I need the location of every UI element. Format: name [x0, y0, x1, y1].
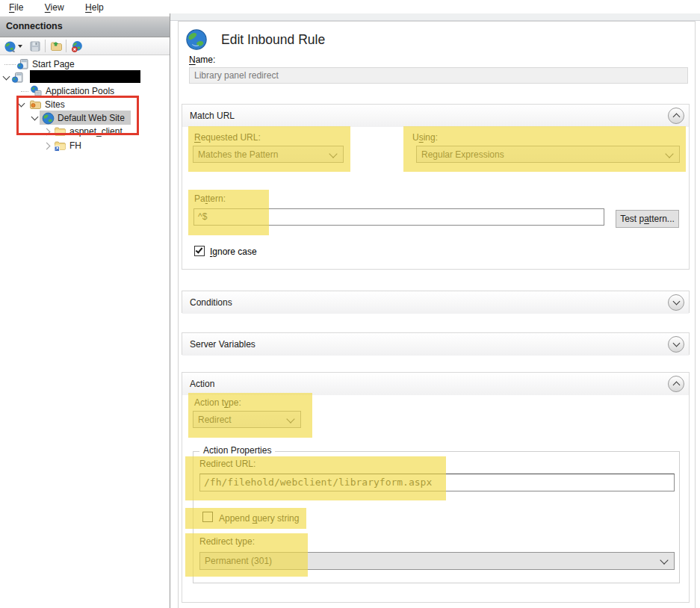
- go-up-button[interactable]: [48, 39, 64, 54]
- section-match-url: Match URL Requested URL: Matches the Pat…: [182, 104, 690, 270]
- menu-view[interactable]: View: [36, 0, 73, 14]
- tree-item-label: Application Pools: [46, 86, 114, 96]
- connections-panel: Connections: [0, 13, 170, 608]
- tree-item-label: Start Page: [32, 59, 75, 69]
- connections-header: Connections: [0, 16, 170, 37]
- server-icon: [11, 72, 24, 84]
- chevron-expanded-icon: [3, 73, 10, 81]
- append-query-string-checkbox[interactable]: [202, 512, 213, 522]
- pattern-input[interactable]: ^$: [193, 208, 604, 226]
- ignore-case-label: Ignore case: [210, 246, 257, 257]
- start-page-icon: [16, 58, 29, 70]
- disconnect-globe-icon: [71, 40, 84, 53]
- pattern-label: Pattern:: [194, 193, 226, 204]
- tree-item-label: FH: [69, 140, 81, 151]
- menu-file[interactable]: File: [0, 0, 32, 14]
- section-header-match-url[interactable]: Match URL: [182, 105, 689, 127]
- chevron-down-icon: [665, 149, 673, 158]
- collapse-button[interactable]: [668, 376, 684, 392]
- requested-url-select[interactable]: Matches the Pattern: [193, 146, 344, 163]
- tree-connector: [4, 64, 16, 65]
- redirect-type-select[interactable]: Permanent (301): [199, 552, 675, 570]
- selected-value: Matches the Pattern: [198, 149, 278, 160]
- annotation-red-box: [16, 96, 139, 135]
- connect-button[interactable]: [1, 39, 24, 54]
- name-label: Name:: [189, 55, 215, 65]
- redacted-server-name: [30, 70, 140, 83]
- tree-item-fh[interactable]: FH: [0, 139, 81, 152]
- section-header-action[interactable]: Action: [182, 373, 689, 395]
- action-properties-group: Action Properties Redirect URL: /fh/file…: [193, 451, 680, 583]
- collapse-button[interactable]: [668, 108, 684, 124]
- section-header-server-variables[interactable]: Server Variables: [182, 333, 689, 356]
- section-title: Server Variables: [190, 339, 255, 350]
- save-disk-icon: [29, 40, 41, 52]
- connect-dropdown-arrow-icon: [18, 45, 22, 48]
- expand-button[interactable]: [668, 294, 684, 311]
- toolbar-separator: [66, 40, 66, 52]
- selected-value: Permanent (301): [205, 556, 272, 566]
- tree-item-server[interactable]: [0, 71, 27, 84]
- section-action: Action Action type: Redirect Action Prop…: [182, 372, 690, 603]
- test-pattern-button[interactable]: Test pattern...: [616, 210, 679, 228]
- page-title: Edit Inbound Rule: [221, 32, 325, 48]
- name-input: Library panel redirect: [189, 67, 688, 84]
- top-toolstrip: [170, 13, 700, 21]
- chevron-down-icon: [660, 556, 668, 564]
- append-query-string-label: Append query string: [219, 513, 299, 524]
- toolbar-separator: [45, 40, 46, 52]
- using-select[interactable]: Regular Expressions: [416, 146, 680, 163]
- chevron-down-icon: [672, 298, 680, 305]
- section-header-conditions[interactable]: Conditions: [182, 291, 689, 314]
- section-title: Match URL: [190, 111, 235, 121]
- chevron-down-icon: [286, 415, 294, 423]
- redirect-url-label: Redirect URL:: [199, 459, 255, 469]
- group-title: Action Properties: [199, 445, 275, 456]
- save-button[interactable]: [27, 39, 43, 54]
- chevron-up-icon: [672, 114, 680, 121]
- tree-item-start-page[interactable]: Start Page: [0, 58, 75, 71]
- go-up-folder-icon: [50, 40, 63, 52]
- selected-value: Regular Expressions: [421, 149, 504, 160]
- using-label: Using:: [412, 132, 438, 143]
- chevron-collapsed-icon: [43, 142, 51, 149]
- edit-inbound-rule-panel: Edit Inbound Rule Name: Library panel re…: [178, 21, 696, 608]
- connections-tree: Start Page Application Pools Sites: [0, 55, 170, 608]
- connections-toolbar: [0, 37, 170, 55]
- action-type-label: Action type:: [194, 397, 241, 408]
- redirect-url-input[interactable]: /fh/filehold/webclient/libraryform.aspx: [199, 474, 675, 491]
- section-title: Action: [190, 379, 214, 389]
- menu-help[interactable]: Help: [76, 0, 113, 14]
- redirect-type-label: Redirect type:: [199, 536, 255, 547]
- connect-globe-icon: [4, 40, 16, 53]
- menu-bar: File View Help: [0, 0, 700, 15]
- selected-value: Redirect: [198, 415, 232, 425]
- expand-button[interactable]: [668, 336, 684, 353]
- section-conditions: Conditions: [182, 291, 690, 313]
- application-folder-icon: [54, 140, 66, 152]
- disconnect-button[interactable]: [69, 39, 85, 54]
- checkmark-icon: [196, 246, 203, 253]
- chevron-up-icon: [672, 382, 680, 389]
- ignore-case-checkbox[interactable]: [194, 246, 205, 256]
- chevron-down-icon: [329, 149, 337, 158]
- action-type-select[interactable]: Redirect: [193, 411, 301, 428]
- section-server-variables: Server Variables: [182, 332, 690, 355]
- globe-icon: [185, 28, 208, 51]
- section-title: Conditions: [190, 297, 232, 308]
- tree-connector: [21, 91, 28, 92]
- chevron-down-icon: [672, 340, 680, 347]
- requested-url-label: Requested URL:: [194, 132, 261, 143]
